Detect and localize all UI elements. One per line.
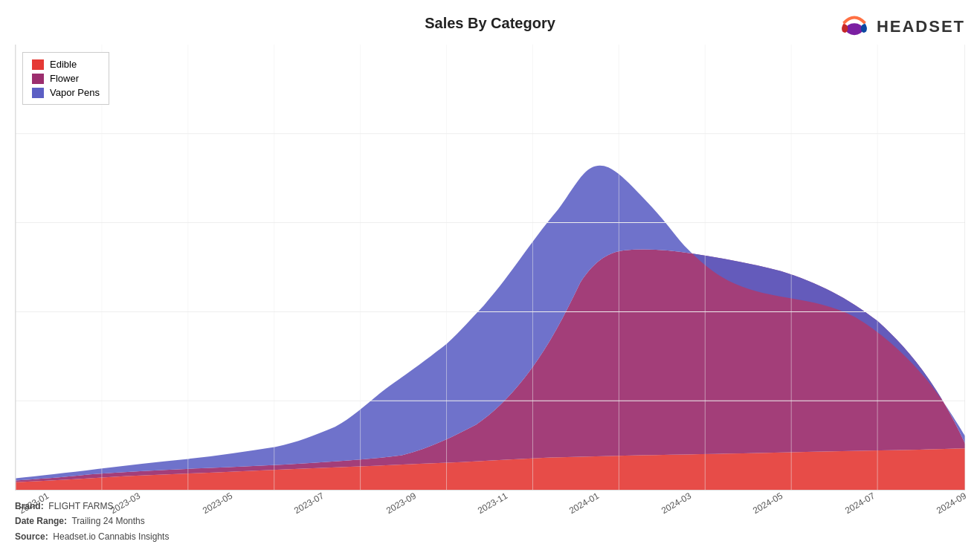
legend-color-flower (32, 74, 44, 84)
legend-label-edible: Edible (50, 59, 77, 70)
x-label-2023-09: 2023-09 (384, 491, 418, 516)
footer-source: Source: Headset.io Cannabis Insights (15, 529, 169, 544)
legend-color-vapor-pens (32, 88, 44, 98)
legend-label-flower: Flower (50, 73, 79, 84)
x-label-2023-07: 2023-07 (292, 491, 326, 516)
footer-date: Date Range: Trailing 24 Months (15, 514, 169, 528)
legend-item-edible: Edible (32, 59, 100, 70)
footer-brand: Brand: FLIGHT FARMS (15, 499, 169, 514)
x-label-2023-05: 2023-05 (201, 491, 234, 516)
source-label: Source: (15, 531, 48, 542)
brand-label: Brand: (15, 501, 44, 511)
x-label-2024-03: 2024-03 (660, 491, 693, 516)
x-label-2024-05: 2024-05 (751, 491, 784, 516)
x-label-2024-07: 2024-07 (842, 491, 876, 516)
legend-label-vapor-pens: Vapor Pens (50, 87, 100, 98)
chart-area (15, 45, 965, 491)
date-value: Trailing 24 Months (71, 516, 144, 526)
chart-container: Sales By Category Edible Flower Vapor Pe… (0, 0, 980, 550)
brand-value: FLIGHT FARMS (48, 501, 113, 511)
chart-title: Sales By Category (15, 15, 965, 32)
legend-item-vapor-pens: Vapor Pens (32, 87, 100, 98)
chart-svg (16, 45, 965, 490)
source-value: Headset.io Cannabis Insights (53, 531, 169, 542)
x-label-2024-09: 2024-09 (935, 491, 968, 516)
chart-footer: Brand: FLIGHT FARMS Date Range: Trailing… (15, 499, 169, 544)
legend-color-edible (32, 59, 44, 70)
legend-item-flower: Flower (32, 73, 100, 84)
x-label-2023-11: 2023-11 (476, 491, 509, 516)
chart-legend: Edible Flower Vapor Pens (22, 52, 109, 105)
x-label-2024-01: 2024-01 (567, 491, 601, 516)
date-label: Date Range: (15, 516, 67, 526)
